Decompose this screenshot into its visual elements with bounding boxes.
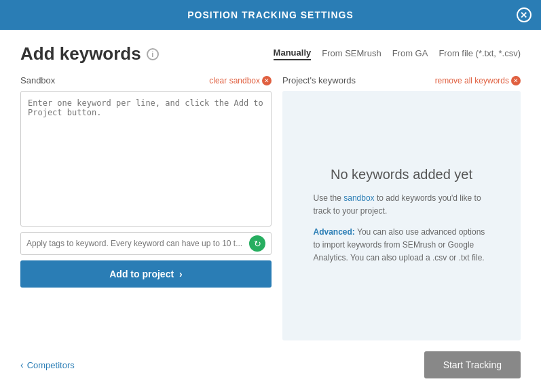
tab-from-file[interactable]: From file (*.txt, *.csv) <box>439 48 521 60</box>
clear-sandbox-button[interactable]: clear sandbox ✕ <box>209 76 272 85</box>
add-to-project-arrow: › <box>179 269 183 279</box>
top-row: Add keywords i Manually From SEMrush Fro… <box>20 43 521 64</box>
no-keywords-advanced: Advanced: You can also use advanced opti… <box>314 226 490 265</box>
no-keywords-desc-prefix: Use the <box>314 193 344 203</box>
advanced-label: Advanced: <box>314 227 355 237</box>
back-link[interactable]: ‹ Competitors <box>20 359 75 370</box>
remove-all-keywords-button[interactable]: remove all keywords ✕ <box>435 76 521 85</box>
remove-all-x-icon: ✕ <box>511 76 521 85</box>
close-icon: ✕ <box>520 10 528 20</box>
remove-all-label: remove all keywords <box>435 76 509 85</box>
back-chevron: ‹ <box>20 359 24 370</box>
close-button[interactable]: ✕ <box>517 7 531 22</box>
tabs-container: Manually From SEMrush From GA From file … <box>274 47 521 60</box>
modal-body: Add keywords i Manually From SEMrush Fro… <box>0 30 541 340</box>
back-label: Competitors <box>27 360 75 370</box>
sandbox-header: Sandbox clear sandbox ✕ <box>20 75 272 85</box>
modal-footer: ‹ Competitors Start Tracking <box>0 340 541 392</box>
keyword-textarea[interactable] <box>20 91 272 227</box>
add-to-project-button[interactable]: Add to project › <box>20 260 272 288</box>
page-title-container: Add keywords i <box>20 43 159 64</box>
sandbox-link[interactable]: sandbox <box>343 193 374 203</box>
right-panel: Project's keywords remove all keywords ✕… <box>282 75 521 340</box>
tab-from-ga[interactable]: From GA <box>392 48 428 60</box>
tags-input[interactable] <box>26 239 245 248</box>
sandbox-label: Sandbox <box>20 75 55 85</box>
info-icon[interactable]: i <box>147 48 159 60</box>
tab-from-semrush[interactable]: From SEMrush <box>322 48 381 60</box>
clear-sandbox-label: clear sandbox <box>209 76 260 85</box>
keywords-box: No keywords added yet Use the sandbox to… <box>282 91 521 340</box>
page-title: Add keywords <box>20 43 141 64</box>
refresh-icon[interactable]: ↻ <box>249 235 265 252</box>
start-tracking-label: Start Tracking <box>443 359 502 370</box>
tags-row: ↻ <box>20 232 272 255</box>
content-area: Sandbox clear sandbox ✕ ↻ Add to project… <box>20 75 521 340</box>
start-tracking-button[interactable]: Start Tracking <box>424 351 521 378</box>
left-panel: Sandbox clear sandbox ✕ ↻ Add to project… <box>20 75 272 340</box>
keywords-header: Project's keywords remove all keywords ✕ <box>282 75 521 85</box>
add-to-project-label: Add to project <box>109 269 174 279</box>
clear-sandbox-x-icon: ✕ <box>262 76 272 85</box>
no-keywords-desc: Use the sandbox to add keywords you'd li… <box>314 192 490 218</box>
modal: POSITION TRACKING SETTINGS ✕ Add keyword… <box>0 0 541 392</box>
modal-header: POSITION TRACKING SETTINGS ✕ <box>0 0 541 30</box>
modal-title: POSITION TRACKING SETTINGS <box>187 9 354 20</box>
tab-manually[interactable]: Manually <box>274 47 312 60</box>
project-keywords-label: Project's keywords <box>282 75 356 85</box>
no-keywords-title: No keywords added yet <box>331 167 472 182</box>
